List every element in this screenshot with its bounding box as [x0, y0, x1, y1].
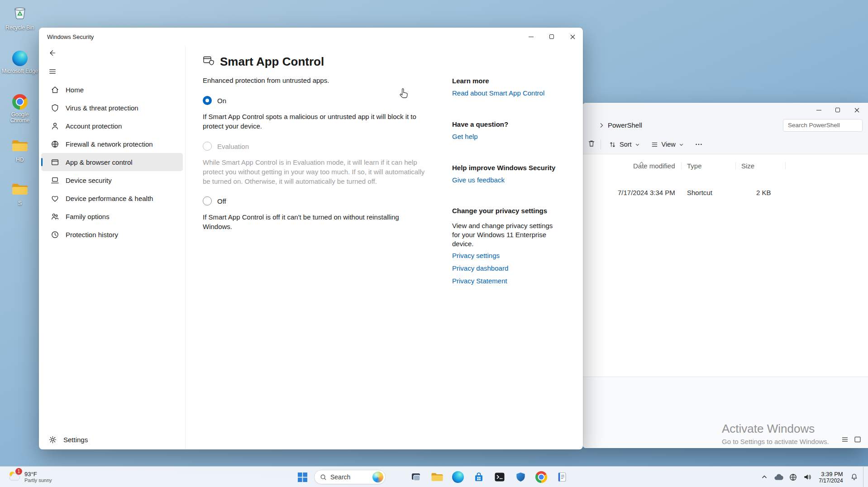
activate-windows-watermark: Activate Windows Go to Settings to activ… — [722, 422, 829, 445]
laptop-icon — [51, 176, 59, 185]
have-a-question-heading: Have a question? — [452, 120, 508, 128]
search-box[interactable]: Search PowerShell — [783, 119, 863, 132]
heart-icon — [51, 194, 59, 203]
chrome-button[interactable] — [532, 468, 550, 486]
privacy-settings-link[interactable]: Privacy settings — [452, 252, 500, 259]
sidebar-item-app-browser-control[interactable]: App & browser control — [41, 153, 183, 171]
column-headers: Date modified Type Size — [582, 159, 868, 173]
shield-icon — [51, 104, 59, 112]
read-about-smart-app-control-link[interactable]: Read about Smart App Control — [452, 89, 544, 97]
sidebar-item-device-performance-health[interactable]: Device performance & health — [41, 189, 183, 207]
maximize-button[interactable] — [828, 104, 847, 116]
desktop-icon-folder-s[interactable]: S — [1, 182, 39, 206]
close-button[interactable] — [847, 104, 866, 116]
help-improve-heading: Help improve Windows Security — [452, 164, 555, 172]
delete-icon[interactable] — [587, 139, 596, 150]
privacy-statement-link[interactable]: Privacy Statement — [452, 277, 507, 285]
minimize-button[interactable] — [520, 28, 541, 46]
taskbar: 1 93°F Partly sunny Search — [0, 466, 868, 487]
chevron-down-icon — [635, 142, 640, 147]
sidebar-item-device-security[interactable]: Device security — [41, 171, 183, 189]
show-desktop-button[interactable] — [863, 467, 865, 487]
main-content: Smart App Control Enhanced protection fr… — [186, 46, 583, 449]
file-explorer-icon — [431, 472, 444, 482]
sidebar-item-label: Family options — [66, 213, 110, 220]
sidebar-item-firewall-network-protection[interactable]: Firewall & network protection — [41, 135, 183, 153]
desktop-icon-google-chrome[interactable]: Google Chrome — [1, 94, 39, 124]
back-button[interactable] — [45, 46, 60, 60]
radio-off[interactable] — [203, 196, 212, 205]
column-header-size[interactable]: Size — [741, 162, 754, 170]
minimize-button[interactable] — [809, 104, 828, 116]
get-help-link[interactable]: Get help — [452, 133, 478, 140]
microsoft-store-button[interactable] — [470, 468, 488, 486]
page-title: Smart App Control — [220, 55, 324, 69]
help-panel: Learn more Read about Smart App Control … — [452, 46, 563, 449]
desktop-icon-recycle-bin[interactable]: Recycle Bin — [1, 5, 39, 31]
sidebar-item-family-options[interactable]: Family options — [41, 207, 183, 225]
chevron-down-icon — [679, 142, 684, 147]
sidebar-item-label: Account protection — [66, 122, 122, 130]
network-button[interactable] — [788, 468, 798, 486]
windows-security-button[interactable] — [511, 468, 529, 486]
radio-option-off[interactable]: Off — [203, 196, 226, 205]
sidebar-item-account-protection[interactable]: Account protection — [41, 117, 183, 135]
column-header-date-modified[interactable]: Date modified — [633, 162, 675, 170]
menu-button[interactable] — [45, 64, 60, 79]
sidebar-item-home[interactable]: Home — [41, 81, 183, 99]
folder-icon — [11, 182, 29, 198]
clock[interactable]: 3:39 PM 7/17/2024 — [816, 468, 845, 486]
sidebar-nav: Home Virus & threat protection Account p… — [39, 81, 185, 244]
search-icon — [320, 474, 327, 481]
sort-button[interactable]: Sort — [606, 138, 643, 151]
desktop-icon-folder-hd[interactable]: HD — [1, 138, 39, 163]
file-explorer-button[interactable] — [428, 468, 446, 486]
hidden-icons-button[interactable] — [760, 468, 769, 486]
sidebar-item-label: Device performance & health — [66, 195, 153, 202]
cell-size: 2 KB — [756, 189, 771, 196]
onedrive-button[interactable] — [773, 468, 784, 486]
widgets-weather-button[interactable]: 1 93°F Partly sunny — [3, 467, 57, 487]
radio-label: Off — [217, 197, 226, 205]
start-button[interactable] — [293, 468, 311, 486]
notification-badge: 1 — [15, 468, 22, 475]
desktop-icon-label: Google Chrome — [1, 112, 39, 124]
thumbnail-view-toggle-icon[interactable] — [854, 435, 862, 445]
home-icon — [51, 86, 59, 94]
weather-temp: 93°F — [24, 471, 52, 477]
history-clock-icon — [51, 230, 59, 239]
address-bar[interactable]: PowerShell Search PowerShell — [582, 116, 868, 134]
window-title: Windows Security — [47, 33, 94, 40]
windows-logo-icon — [298, 473, 307, 482]
desktop-icon-label: Microsoft Edge — [2, 68, 38, 74]
more-options-icon — [695, 140, 703, 148]
sidebar-item-virus-threat-protection[interactable]: Virus & threat protection — [41, 99, 183, 117]
notepad-button[interactable] — [553, 468, 571, 486]
app-window-icon — [51, 158, 59, 167]
terminal-button[interactable] — [491, 468, 509, 486]
sidebar-item-protection-history[interactable]: Protection history — [41, 225, 183, 244]
smart-app-control-icon — [203, 55, 215, 68]
task-view-button[interactable] — [407, 468, 425, 486]
close-button[interactable] — [562, 28, 583, 46]
privacy-dashboard-link[interactable]: Privacy dashboard — [452, 264, 508, 272]
sidebar-item-settings[interactable]: Settings — [48, 433, 88, 446]
column-header-type[interactable]: Type — [687, 162, 702, 170]
volume-button[interactable] — [802, 468, 813, 486]
desktop-icon-microsoft-edge[interactable]: Microsoft Edge — [1, 51, 39, 74]
radio-on[interactable] — [203, 96, 212, 105]
privacy-settings-heading: Change your privacy settings — [452, 207, 547, 215]
title-bar[interactable]: Windows Security — [39, 28, 583, 46]
sidebar-item-label: Device security — [66, 177, 112, 184]
edge-button[interactable] — [449, 468, 467, 486]
give-us-feedback-link[interactable]: Give us feedback — [452, 176, 505, 184]
view-button[interactable]: View — [648, 138, 687, 151]
radio-option-on[interactable]: On — [203, 96, 226, 105]
maximize-button[interactable] — [541, 28, 562, 46]
more-options-button[interactable] — [692, 138, 706, 151]
taskbar-search-box[interactable]: Search — [314, 470, 386, 484]
details-view-toggle-icon[interactable] — [841, 435, 849, 445]
notifications-button[interactable] — [849, 468, 859, 486]
notepad-icon — [556, 471, 568, 483]
file-row[interactable]: 7/17/2024 3:34 PM Shortcut 2 KB — [582, 185, 868, 201]
